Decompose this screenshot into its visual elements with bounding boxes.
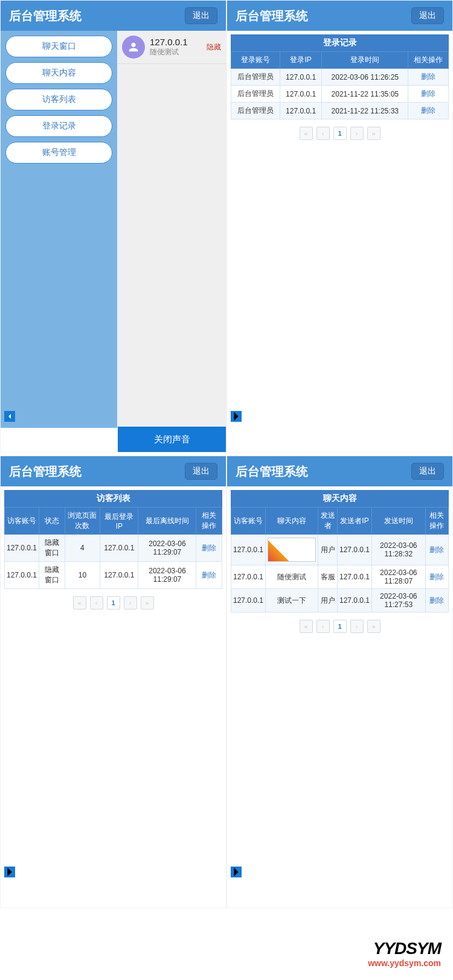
delete-link[interactable]: 删除 xyxy=(421,106,435,115)
user-icon xyxy=(127,40,140,54)
delete-link[interactable]: 删除 xyxy=(429,573,444,581)
th-chat-acc: 访客账号 xyxy=(231,508,266,535)
th-login-time: 登录时间 xyxy=(322,52,408,69)
delete-link[interactable]: 删除 xyxy=(429,546,444,554)
chat-item-msg: 随便测试 xyxy=(150,47,202,57)
th-login-op: 相关操作 xyxy=(408,52,449,69)
table-row: 后台管理员127.0.0.12021-11-22 11:25:33删除 xyxy=(231,103,449,119)
pager-prev[interactable]: ‹ xyxy=(90,596,103,609)
pager-next[interactable]: › xyxy=(124,596,137,609)
th-visitor-ip: 最后登录IP xyxy=(100,508,138,535)
pager-page[interactable]: 1 xyxy=(107,596,120,609)
delete-link[interactable]: 删除 xyxy=(202,544,216,552)
logout-button[interactable]: 退出 xyxy=(185,463,217,480)
delete-link[interactable]: 删除 xyxy=(429,596,444,605)
chat-list: 127.0.0.1 随便测试 隐藏 xyxy=(117,31,226,428)
pager-prev[interactable]: ‹ xyxy=(316,127,330,140)
chat-item-hide[interactable]: 隐藏 xyxy=(207,42,221,52)
visitor-table: 访客账号 状态 浏览页面次数 最后登录IP 最后离线时间 相关操作 127.0.… xyxy=(4,507,222,589)
panel-title-visitor: 访客列表 xyxy=(4,490,222,507)
sidebar-item-account-mgmt[interactable]: 账号管理 xyxy=(5,142,112,164)
delete-link[interactable]: 删除 xyxy=(421,72,435,81)
panel-title-login-log: 登录记录 xyxy=(231,34,449,51)
pager-next[interactable]: › xyxy=(350,620,364,633)
pager-first[interactable]: « xyxy=(73,596,86,609)
app-title: 后台管理系统 xyxy=(236,463,308,480)
triangle-right-icon xyxy=(4,867,15,877)
app-title: 后台管理系统 xyxy=(236,8,308,24)
th-visitor-count: 浏览页面次数 xyxy=(65,508,100,535)
table-row: 127.0.0.1隐藏窗口4127.0.0.12022-03-06 11:29:… xyxy=(5,535,222,562)
th-chat-ip: 发送者IP xyxy=(337,508,371,535)
panel-title-chatlog: 聊天内容 xyxy=(231,490,449,507)
chatlog-table: 访客账号 聊天内容 发送者 发送者IP 发送时间 相关操作 127.0.0.1用… xyxy=(231,507,449,612)
th-visitor-acc: 访客账号 xyxy=(5,508,39,535)
header: 后台管理系统 退出 xyxy=(227,1,452,31)
triangle-right-icon xyxy=(231,411,242,422)
pager-last[interactable]: » xyxy=(367,127,381,140)
app-title: 后台管理系统 xyxy=(9,463,82,480)
sidebar-item-login-log[interactable]: 登录记录 xyxy=(5,115,112,137)
expand-sidebar-button[interactable] xyxy=(231,867,242,877)
th-visitor-time: 最后离线时间 xyxy=(138,508,196,535)
sidebar-item-chat-content[interactable]: 聊天内容 xyxy=(5,62,112,84)
pager-first[interactable]: « xyxy=(300,127,313,140)
pager-prev[interactable]: ‹ xyxy=(316,620,330,633)
th-login-account: 登录账号 xyxy=(231,52,280,69)
table-row: 后台管理员127.0.0.12022-03-06 11:26:25删除 xyxy=(231,69,449,86)
th-chat-content: 聊天内容 xyxy=(266,508,318,535)
table-row: 127.0.0.1隐藏窗口10127.0.0.12022-03-06 11:29… xyxy=(5,562,222,589)
header: 后台管理系统 退出 xyxy=(227,456,452,486)
logout-button[interactable]: 退出 xyxy=(411,463,444,480)
chat-image-thumb[interactable] xyxy=(268,538,316,562)
table-row: 127.0.0.1用户127.0.0.12022-03-06 11:28:32删… xyxy=(231,535,449,565)
triangle-left-icon xyxy=(7,413,13,419)
login-log-table: 登录账号 登录IP 登录时间 相关操作 后台管理员127.0.0.12022-0… xyxy=(231,51,449,119)
watermark-brand: YYDSYM xyxy=(368,939,441,958)
sidebar-item-visitor-list[interactable]: 访客列表 xyxy=(5,89,112,110)
th-visitor-op: 相关操作 xyxy=(196,508,222,535)
delete-link[interactable]: 删除 xyxy=(421,89,435,98)
triangle-right-icon xyxy=(231,867,242,877)
th-chat-sender: 发送者 xyxy=(318,508,338,535)
expand-sidebar-button[interactable] xyxy=(4,867,15,877)
pager-next[interactable]: › xyxy=(350,127,364,140)
pager-last[interactable]: » xyxy=(367,620,381,633)
header: 后台管理系统 退出 xyxy=(1,1,226,31)
chat-item-ip: 127.0.0.1 xyxy=(150,37,202,47)
th-chat-time: 发送时间 xyxy=(372,508,426,535)
logout-button[interactable]: 退出 xyxy=(411,7,444,24)
pager-page[interactable]: 1 xyxy=(333,127,347,140)
avatar xyxy=(122,36,145,59)
delete-link[interactable]: 删除 xyxy=(202,571,216,579)
sidebar: 聊天窗口 聊天内容 访客列表 登录记录 账号管理 xyxy=(1,31,117,428)
app-title: 后台管理系统 xyxy=(9,8,82,24)
table-row: 后台管理员127.0.0.12021-11-22 11:35:05删除 xyxy=(231,86,449,103)
header: 后台管理系统 退出 xyxy=(1,456,226,486)
collapse-sidebar-button[interactable] xyxy=(4,411,15,422)
pager-page[interactable]: 1 xyxy=(333,620,347,633)
pager: « ‹ 1 › » xyxy=(231,127,449,140)
pager-last[interactable]: » xyxy=(141,596,154,609)
logout-button[interactable]: 退出 xyxy=(185,7,217,24)
table-row: 127.0.0.1测试一下用户127.0.0.12022-03-06 11:27… xyxy=(231,589,449,612)
pager-first[interactable]: « xyxy=(300,620,313,633)
table-row: 127.0.0.1随便测试客服127.0.0.12022-03-06 11:28… xyxy=(231,565,449,589)
th-visitor-status: 状态 xyxy=(39,508,65,535)
watermark-url: www.yydsym.com xyxy=(368,958,441,968)
pager: « ‹ 1 › » xyxy=(231,620,449,633)
watermark: YYDSYM www.yydsym.com xyxy=(368,939,441,968)
sidebar-item-chat-window[interactable]: 聊天窗口 xyxy=(5,36,112,57)
th-chat-op: 相关操作 xyxy=(425,508,448,535)
chat-list-item[interactable]: 127.0.0.1 随便测试 隐藏 xyxy=(117,31,226,64)
close-sound-button[interactable]: 关闭声音 xyxy=(118,427,226,452)
expand-sidebar-button[interactable] xyxy=(231,411,242,422)
th-login-ip: 登录IP xyxy=(280,52,322,69)
pager: « ‹ 1 › » xyxy=(4,596,222,609)
